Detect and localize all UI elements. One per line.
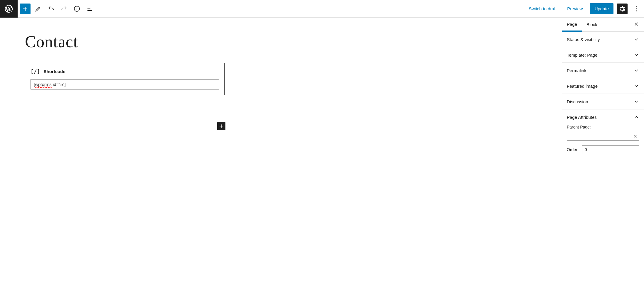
- panel-status-visibility-label: Status & visibility: [567, 37, 600, 42]
- sidebar-tabs: Page Block: [562, 18, 644, 32]
- panel-permalink: Permalink: [562, 63, 644, 78]
- panel-permalink-label: Permalink: [567, 68, 586, 73]
- svg-point-2: [636, 8, 637, 9]
- panel-status-visibility: Status & visibility: [562, 32, 644, 47]
- chevron-down-icon: [633, 36, 639, 42]
- settings-sidebar: Page Block Status & visibility Template:…: [562, 18, 644, 301]
- panel-featured-image: Featured image: [562, 78, 644, 94]
- panel-featured-image-label: Featured image: [567, 84, 598, 89]
- main-area: Contact [/] Shortcode [wpforms id="5"] P…: [0, 18, 644, 301]
- shortcode-block-label: Shortcode: [44, 69, 65, 74]
- chevron-down-icon: [633, 99, 639, 104]
- panel-permalink-toggle[interactable]: Permalink: [562, 63, 644, 78]
- editor-canvas[interactable]: Contact [/] Shortcode [wpforms id="5"]: [0, 18, 562, 301]
- chevron-down-icon: [633, 52, 639, 58]
- chevron-down-icon: [633, 83, 639, 89]
- chevron-down-icon: [633, 67, 639, 73]
- insert-block-button[interactable]: [217, 122, 225, 130]
- chevron-up-icon: [633, 114, 639, 120]
- parent-page-select[interactable]: ✕: [567, 132, 639, 141]
- panel-discussion: Discussion: [562, 94, 644, 109]
- svg-point-1: [636, 6, 637, 7]
- shortcode-block-header: [/] Shortcode: [31, 68, 219, 75]
- order-label: Order: [567, 147, 577, 152]
- settings-button[interactable]: [617, 4, 628, 14]
- close-sidebar-button[interactable]: [629, 21, 644, 28]
- info-button[interactable]: [72, 4, 82, 14]
- top-toolbar: Switch to draft Preview Update: [0, 0, 644, 18]
- toolbar-right-group: Switch to draft Preview Update: [525, 2, 644, 16]
- toolbar-left-group: [18, 4, 95, 14]
- preview-link[interactable]: Preview: [564, 4, 586, 13]
- undo-button[interactable]: [46, 4, 56, 14]
- panel-page-attributes: Page Attributes Parent Page: ✕ Order: [562, 109, 644, 159]
- shortcode-block[interactable]: [/] Shortcode [wpforms id="5"]: [25, 63, 225, 95]
- order-row: Order: [567, 145, 639, 154]
- shortcode-icon: [/]: [31, 68, 40, 75]
- order-input[interactable]: [582, 145, 639, 154]
- add-block-button[interactable]: [20, 4, 31, 14]
- page-title[interactable]: Contact: [25, 32, 225, 51]
- panel-status-visibility-toggle[interactable]: Status & visibility: [562, 32, 644, 47]
- panel-discussion-label: Discussion: [567, 99, 588, 104]
- more-options-button[interactable]: [631, 2, 642, 16]
- panel-discussion-toggle[interactable]: Discussion: [562, 94, 644, 109]
- panel-template: Template: Page: [562, 47, 644, 63]
- switch-to-draft-link[interactable]: Switch to draft: [525, 4, 560, 13]
- outline-button[interactable]: [85, 4, 95, 14]
- edit-icon[interactable]: [33, 4, 43, 14]
- svg-point-3: [636, 10, 637, 11]
- clear-parent-icon[interactable]: ✕: [633, 133, 637, 139]
- panel-page-attributes-toggle[interactable]: Page Attributes: [562, 109, 644, 125]
- parent-page-label: Parent Page:: [567, 125, 639, 129]
- panel-page-attributes-label: Page Attributes: [567, 115, 597, 120]
- panel-featured-image-toggle[interactable]: Featured image: [562, 78, 644, 94]
- panel-page-attributes-body: Parent Page: ✕ Order: [562, 125, 644, 159]
- update-button[interactable]: Update: [590, 3, 613, 14]
- panel-template-toggle[interactable]: Template: Page: [562, 47, 644, 62]
- wordpress-logo[interactable]: [0, 0, 18, 18]
- shortcode-input[interactable]: [wpforms id="5"]: [31, 79, 219, 89]
- tab-block[interactable]: Block: [582, 18, 602, 32]
- redo-button[interactable]: [59, 4, 69, 14]
- panel-template-label: Template: Page: [567, 53, 597, 58]
- tab-page[interactable]: Page: [562, 18, 582, 32]
